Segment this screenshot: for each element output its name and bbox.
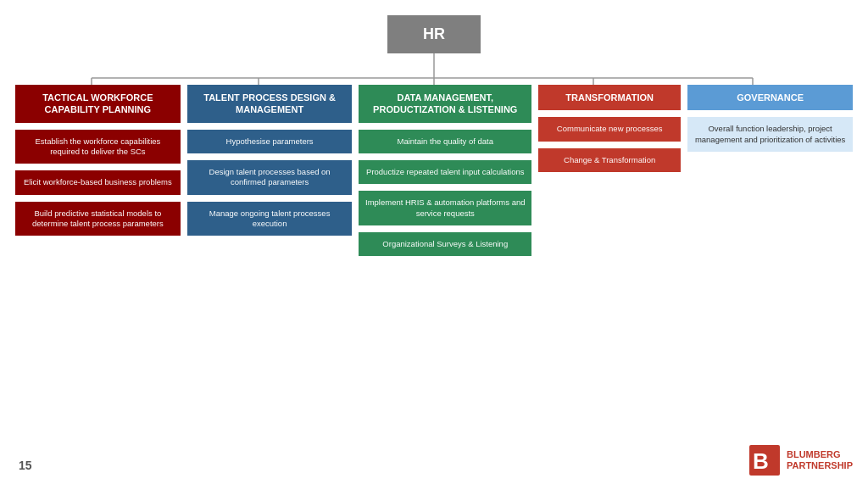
col5-item-0: Overall function leadership, project man… xyxy=(687,117,853,152)
hr-label: HR xyxy=(423,25,445,42)
logo-text: BLUMBERGPARTNERSHIP xyxy=(787,449,853,471)
col4-item-1: Change & Transformation xyxy=(538,148,681,172)
col2-item-1: Design talent processes based on confirm… xyxy=(187,160,353,195)
col2-header: TALENT PROCESS DESIGN & MANAGEMENT xyxy=(187,85,353,123)
column-transformation: TRANSFORMATION Communicate new processes… xyxy=(538,85,681,469)
col1-item-2: Build predictive statistical models to d… xyxy=(15,202,181,236)
col1-item-1: Elicit workforce-based business problems xyxy=(15,170,181,194)
col3-header: DATA MANAGEMENT, PRODUCTIZATION & LISTEN… xyxy=(359,85,531,123)
col4-item-0: Communicate new processes xyxy=(538,117,681,141)
slide: HR TACTICAL WORKFORCE CAPABILITY PLANNIN… xyxy=(0,0,868,484)
page-number: 15 xyxy=(19,459,32,472)
col2-item-0: Hypothesise parameters xyxy=(187,130,353,153)
col3-item-1: Productize repeated talent input calcula… xyxy=(359,160,531,184)
col4-header: TRANSFORMATION xyxy=(538,85,681,110)
logo-area: B BLUMBERGPARTNERSHIP xyxy=(749,445,853,476)
col3-item-2: Implement HRIS & automation platforms an… xyxy=(359,191,531,225)
svg-text:B: B xyxy=(753,448,769,474)
col5-header: GOVERNANCE xyxy=(687,85,853,110)
columns-area: TACTICAL WORKFORCE CAPABILITY PLANNING E… xyxy=(15,85,853,469)
column-governance: GOVERNANCE Overall function leadership, … xyxy=(687,85,853,469)
col1-item-0: Establish the workforce capabilities req… xyxy=(15,130,181,164)
col3-item-0: Maintain the quality of data xyxy=(359,130,531,153)
column-tactical: TACTICAL WORKFORCE CAPABILITY PLANNING E… xyxy=(15,85,181,469)
column-data-mgmt: DATA MANAGEMENT, PRODUCTIZATION & LISTEN… xyxy=(359,85,531,469)
blumberg-logo-icon: B xyxy=(749,445,780,476)
col3-item-3: Organizational Surveys & Listening xyxy=(359,232,531,256)
col1-header: TACTICAL WORKFORCE CAPABILITY PLANNING xyxy=(15,85,181,123)
col2-item-2: Manage ongoing talent processes executio… xyxy=(187,202,353,236)
column-talent-process: TALENT PROCESS DESIGN & MANAGEMENT Hypot… xyxy=(187,85,353,469)
hr-box: HR xyxy=(387,15,481,53)
